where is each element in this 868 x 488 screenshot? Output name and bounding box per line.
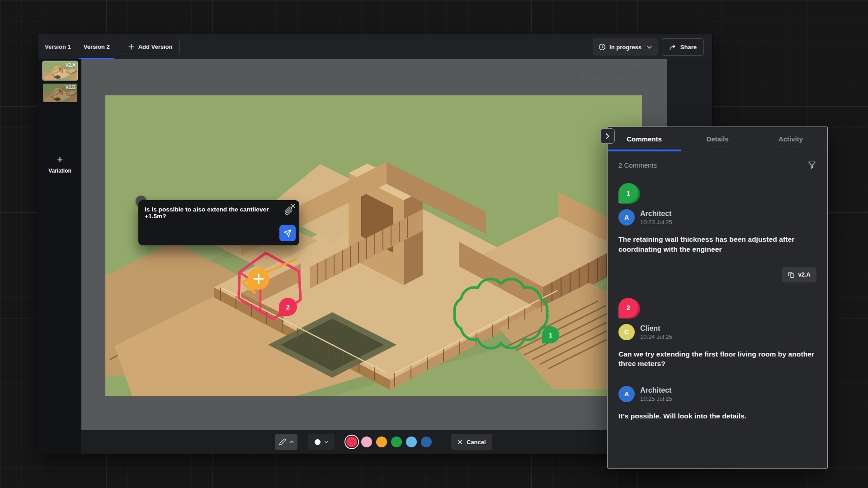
comment-pin-badge: 2	[618, 298, 638, 318]
add-version-button[interactable]: Add Version	[121, 39, 180, 55]
add-variation-button[interactable]: + Variation	[38, 155, 81, 174]
panel-tab-bar: Comments Details Activity	[608, 127, 827, 151]
zoom-level[interactable]: 33%	[591, 70, 603, 77]
comment-time: 10:25 Jul 25	[640, 395, 672, 402]
more-options-icon[interactable]	[652, 69, 660, 77]
author-name: Architect	[640, 386, 672, 394]
color-swatch[interactable]	[346, 436, 357, 447]
avatar: A	[618, 209, 635, 225]
stroke-width-button[interactable]	[308, 434, 335, 450]
plus-icon: +	[38, 155, 81, 165]
share-label: Share	[680, 44, 697, 51]
annotation-pin-new[interactable]	[248, 268, 269, 290]
add-variation-label: Variation	[38, 168, 81, 174]
status-label: In progress	[609, 44, 642, 51]
canvas[interactable]: 33%	[81, 59, 667, 430]
cancel-button[interactable]: Cancel	[451, 434, 492, 450]
svg-text:2: 2	[286, 303, 290, 311]
attachment-icon[interactable]	[284, 206, 293, 215]
comment-text: Can we try extending the first floor liv…	[618, 349, 816, 369]
desktop-background: Version 1 Version 2 Add Version In progr…	[0, 0, 868, 488]
paper-plane-icon	[283, 229, 292, 237]
close-icon	[458, 440, 462, 445]
stroke-dot-icon	[315, 439, 321, 445]
versions-icon	[788, 271, 795, 278]
color-swatch[interactable]	[391, 436, 402, 447]
pencil-icon	[279, 438, 286, 446]
chevron-down-icon	[647, 46, 652, 49]
comment-count: 2 Comments	[618, 161, 657, 169]
drawing-toolbar: Cancel	[275, 434, 492, 450]
annotation-pin-2[interactable]: 2	[279, 298, 297, 316]
plus-icon	[128, 44, 134, 50]
cancel-label: Cancel	[467, 439, 486, 446]
avatar: C	[618, 324, 635, 340]
add-version-label: Add Version	[138, 43, 173, 50]
author-name: Architect	[640, 209, 672, 218]
color-swatch[interactable]	[421, 436, 432, 447]
comment-text: It’s possible. Will look into the detail…	[618, 411, 816, 421]
variation-thumb-v2b[interactable]: V2.B	[43, 84, 77, 102]
comment-pin-badge: 1	[618, 183, 638, 203]
pencil-tool-button[interactable]	[275, 434, 297, 450]
color-swatch[interactable]	[406, 436, 417, 447]
avatar: A	[618, 386, 635, 402]
chevron-right-icon	[606, 133, 609, 139]
share-arrow-icon	[669, 44, 676, 50]
variation-thumb-v2a[interactable]: V2.A	[43, 61, 77, 80]
chevron-down-icon	[324, 441, 329, 443]
draft-comment-box: Is is possible to also extend the cantil…	[138, 200, 299, 245]
color-swatch[interactable]	[376, 436, 387, 447]
version-chip[interactable]: v2.A	[782, 267, 816, 282]
zoom-in-icon[interactable]	[614, 69, 622, 77]
draft-comment-input[interactable]: Is is possible to also extend the cantil…	[145, 206, 271, 220]
color-swatch-row	[346, 436, 432, 447]
share-button[interactable]: Share	[662, 38, 704, 56]
zoom-out-icon[interactable]	[572, 69, 580, 77]
version-chip-label: v2.A	[798, 271, 811, 278]
tab-details[interactable]: Details	[681, 127, 754, 151]
comment-text: The retaining wall thickness has been ad…	[618, 235, 816, 254]
chevron-up-icon	[289, 441, 294, 443]
comment-time: 10:24 Jul 25	[640, 333, 672, 340]
comment-thread: 1 A Architect 10:23 Jul 25 The retaining…	[618, 183, 816, 282]
model-image: 2 1	[105, 95, 642, 396]
clock-icon	[599, 43, 606, 51]
author-name: Client	[640, 324, 672, 333]
top-bar: Version 1 Version 2 Add Version In progr…	[38, 34, 712, 59]
toolbar-divider	[442, 436, 442, 448]
refresh-icon[interactable]	[633, 69, 641, 77]
comment-thread: 2 C Client 10:24 Jul 25 Can we try exten…	[618, 298, 816, 369]
comments-panel: Comments Details Activity 2 Comments 1 A…	[607, 127, 828, 469]
svg-text:1: 1	[549, 332, 552, 339]
variation-thumb-label: V2.B	[66, 85, 75, 90]
color-swatch[interactable]	[361, 436, 372, 447]
variation-thumb-label: V2.A	[66, 63, 75, 68]
comment-time: 10:23 Jul 25	[640, 219, 672, 225]
tab-comments[interactable]: Comments	[608, 127, 681, 151]
send-comment-button[interactable]	[279, 225, 296, 241]
canvas-zoom-toolbar: 33%	[572, 69, 660, 77]
tab-version-1[interactable]: Version 1	[38, 34, 77, 59]
variation-sidebar: V2.A V2.B + Variation	[38, 59, 81, 454]
panel-collapse-button[interactable]	[600, 128, 615, 144]
tab-version-2[interactable]: Version 2	[77, 34, 116, 59]
filter-icon[interactable]	[807, 160, 816, 169]
status-dropdown[interactable]: In progress	[593, 38, 658, 56]
annotation-pin-1[interactable]: 1	[542, 326, 559, 343]
tab-activity[interactable]: Activity	[754, 127, 827, 151]
comment-thread: A Architect 10:25 Jul 25 It’s possible. …	[618, 386, 816, 421]
